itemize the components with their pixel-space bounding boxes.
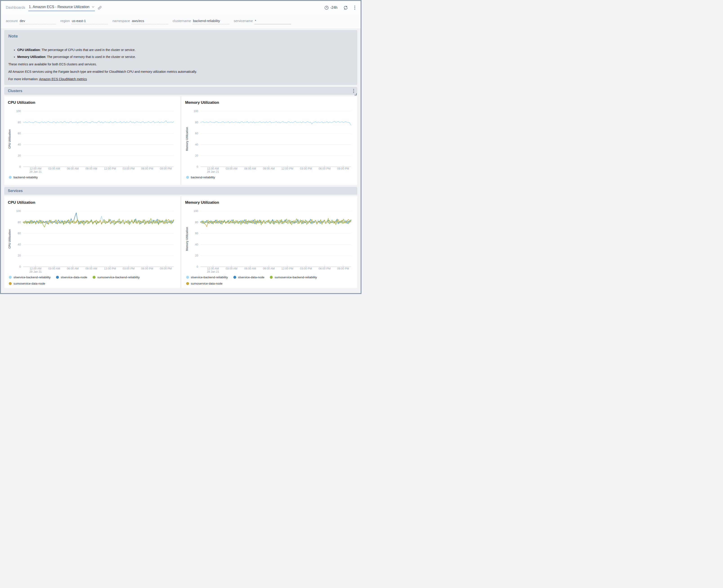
svg-text:29 Jan 21: 29 Jan 21: [29, 270, 42, 273]
section-title: Clusters: [8, 89, 22, 93]
time-range-button[interactable]: -24h: [324, 6, 338, 10]
chevron-down-icon: [92, 6, 95, 8]
legend-item[interactable]: slservice-backend-reliability: [186, 274, 228, 280]
svg-text:40: 40: [18, 243, 21, 246]
filter-region: region us-east-1: [60, 19, 108, 24]
chart-legend: slservice-backend-reliabilityslservice-d…: [7, 273, 177, 286]
legend-series-name: sumoservice-data-node: [14, 282, 45, 285]
breadcrumb[interactable]: Dashboards: [6, 6, 25, 10]
legend-dot-icon: [270, 276, 273, 279]
svg-text:03:00 PM: 03:00 PM: [122, 167, 135, 170]
filter-servicename: servicename *: [234, 19, 291, 24]
svg-text:80: 80: [195, 121, 198, 124]
filter-label: servicename: [234, 19, 253, 24]
svg-text:0: 0: [197, 165, 198, 168]
svg-text:03:00 PM: 03:00 PM: [300, 267, 312, 270]
svg-text:29 Jan 21: 29 Jan 21: [207, 170, 219, 173]
share-link-icon[interactable]: [98, 6, 102, 10]
svg-text:Memory Utilization: Memory Utilization: [185, 127, 188, 151]
chart-legend: slservice-backend-reliabilityslservice-d…: [185, 273, 354, 286]
filter-servicename-input[interactable]: *: [255, 19, 291, 24]
line-chart[interactable]: 02040608010012:00 AM29 Jan 2103:00 AM06:…: [7, 206, 177, 273]
note-title: Note: [8, 34, 353, 39]
section-more-options-icon[interactable]: [353, 88, 355, 93]
svg-text:12:00 AM: 12:00 AM: [207, 167, 219, 170]
legend-dot-icon: [186, 276, 189, 279]
legend-item[interactable]: slservice-data-node: [56, 274, 87, 280]
chart-title: CPU Utilization: [7, 99, 177, 106]
svg-text:CPU Utilization: CPU Utilization: [8, 229, 11, 249]
cloudwatch-metrics-link[interactable]: Amazon ECS CloudWatch metrics: [39, 77, 87, 81]
dashboard-title-dropdown[interactable]: 1. Amazon ECS - Resource Utilization: [28, 4, 95, 11]
legend-item[interactable]: backend-reliability: [186, 174, 215, 180]
legend-series-name: sumoservice-backend-reliability: [275, 276, 317, 279]
line-chart[interactable]: 02040608010012:00 AM29 Jan 2103:00 AM06:…: [7, 106, 177, 173]
legend-item[interactable]: sumoservice-data-node: [186, 281, 223, 286]
legend-item[interactable]: backend-reliability: [9, 174, 38, 180]
legend-series-name: sumoservice-data-node: [191, 282, 223, 285]
resize-handle-icon[interactable]: [354, 93, 357, 96]
legend-item[interactable]: sumoservice-backend-reliability: [270, 274, 317, 280]
svg-text:29 Jan 21: 29 Jan 21: [207, 270, 219, 273]
filter-clustername-input[interactable]: backend-reliability: [193, 19, 229, 24]
legend-series-name: slservice-data-node: [61, 276, 87, 279]
svg-text:03:00 PM: 03:00 PM: [122, 267, 135, 270]
svg-text:12:00 AM: 12:00 AM: [207, 267, 219, 270]
svg-text:80: 80: [18, 121, 21, 124]
svg-text:09:00 AM: 09:00 AM: [85, 167, 97, 170]
note-paragraph: All Amazon ECS services using the Fargat…: [8, 70, 353, 74]
svg-text:03:00 AM: 03:00 AM: [225, 167, 237, 170]
svg-text:100: 100: [16, 210, 21, 213]
legend-item[interactable]: slservice-backend-reliability: [9, 274, 51, 280]
line-chart[interactable]: 02040608010012:00 AM29 Jan 2103:00 AM06:…: [185, 206, 354, 273]
svg-text:09:00 AM: 09:00 AM: [85, 267, 97, 270]
svg-text:100: 100: [193, 110, 198, 113]
service-memory-panel: Memory Utilization 02040608010012:00 AM2…: [182, 196, 358, 288]
legend-dot-icon: [233, 276, 236, 279]
svg-text:12:00 PM: 12:00 PM: [281, 167, 293, 170]
legend-series-name: slservice-backend-reliability: [14, 276, 51, 279]
svg-text:03:00 PM: 03:00 PM: [300, 167, 312, 170]
note-bullet: CPU Utilization: The percentage of CPU u…: [17, 48, 353, 52]
svg-text:CPU Utilization: CPU Utilization: [8, 129, 11, 149]
svg-text:40: 40: [195, 143, 198, 146]
svg-text:Memory Utilization: Memory Utilization: [185, 227, 188, 251]
filter-namespace-input[interactable]: aws/ecs: [132, 19, 168, 24]
svg-text:29 Jan 21: 29 Jan 21: [29, 170, 42, 173]
refresh-icon[interactable]: [343, 5, 348, 10]
note-bullet-list: CPU Utilization: The percentage of CPU u…: [17, 48, 353, 59]
legend-dot-icon: [56, 276, 59, 279]
svg-text:12:00 PM: 12:00 PM: [281, 267, 293, 270]
svg-text:40: 40: [195, 243, 198, 246]
section-header-clusters: Clusters: [4, 87, 357, 95]
filter-account-input[interactable]: dev: [19, 19, 56, 24]
clock-icon: [324, 6, 329, 10]
note-paragraph: These metrics are available for both ECS…: [8, 62, 353, 66]
dashboard-content: Note CPU Utilization: The percentage of …: [1, 29, 361, 291]
dashboard-title: 1. Amazon ECS - Resource Utilization: [29, 5, 89, 9]
legend-dot-icon: [186, 176, 189, 179]
filter-clustername: clustername backend-reliability: [173, 19, 229, 24]
time-range-value: -24h: [330, 6, 338, 10]
svg-text:60: 60: [18, 132, 21, 135]
more-options-icon[interactable]: [354, 5, 356, 10]
svg-text:20: 20: [18, 154, 21, 157]
legend-item[interactable]: slservice-data-node: [233, 274, 265, 280]
legend-item[interactable]: sumoservice-data-node: [9, 281, 45, 286]
svg-text:0: 0: [197, 265, 198, 268]
section-header-services: Services: [4, 187, 357, 195]
svg-text:06:00 AM: 06:00 AM: [67, 267, 78, 270]
line-chart[interactable]: 02040608010012:00 AM29 Jan 2103:00 AM06:…: [185, 106, 354, 173]
legend-item[interactable]: sumoservice-backend-reliability: [93, 274, 140, 280]
svg-text:0: 0: [19, 265, 21, 268]
section-title: Services: [8, 189, 23, 193]
filter-label: clustername: [173, 19, 191, 24]
svg-text:12:00 AM: 12:00 AM: [30, 167, 41, 170]
filter-label: region: [60, 19, 70, 24]
chart-title: CPU Utilization: [7, 199, 177, 206]
legend-series-name: sumoservice-backend-reliability: [97, 276, 140, 279]
svg-text:06:00 PM: 06:00 PM: [319, 267, 330, 270]
svg-text:12:00 PM: 12:00 PM: [104, 167, 116, 170]
note-bullet: Memory Utilization: The percentage of me…: [17, 55, 353, 59]
filter-region-input[interactable]: us-east-1: [71, 19, 108, 24]
